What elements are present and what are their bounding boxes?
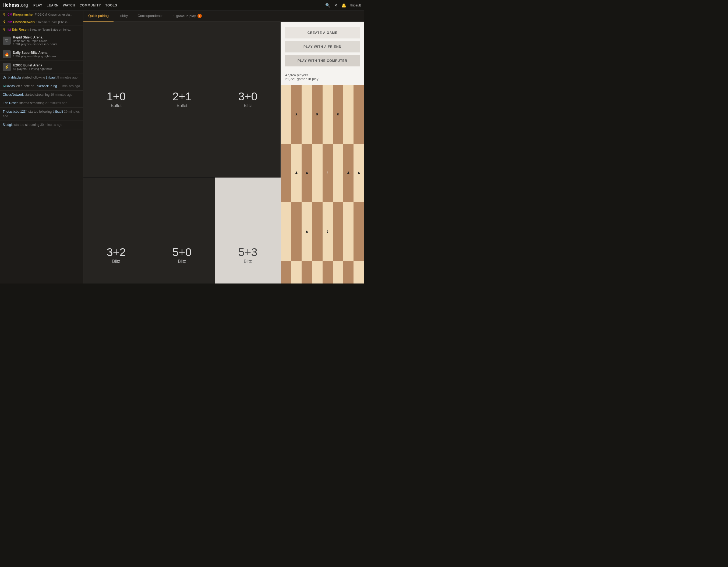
logo[interactable]: lichess.org [3,2,28,8]
tab-quick-pairing[interactable]: Quick pairing [83,11,114,22]
sidebar: 🎙 CM Kingscrusher FIDE CM Kingscrusher p… [0,11,83,283]
streamer-item-2[interactable]: 🎙 NM ChessNetwork Streamer !Team [Chess.… [0,18,83,26]
nav-right: 🔍 ✕ 🔔 thibault [325,3,361,8]
streamer-title-1: CM [8,13,13,16]
tournament-sub-2: 1,392 players • Playing right now [13,55,56,58]
create-game-button[interactable]: CREATE A GAME [285,27,360,38]
activity-item-5: Thetacticbot1234 started following thiba… [0,108,83,121]
pairing-cell-1plus0[interactable]: 1+0 Bullet [83,22,149,177]
activity-user-1[interactable]: Dr_blablabla [3,76,21,79]
games-count: 21,721 games in play [285,77,360,81]
streamer-name-2[interactable]: ChessNetwork [13,20,35,24]
activity-user-3[interactable]: ChessNetwork [3,93,24,97]
content-row: ♞ 1+0 Bullet 2+1 Bullet 3+0 Blitz [83,22,364,283]
microphone-icon: 🎙 [3,12,6,16]
activity-item-4: Eric Rosen started streaming 27 minutes … [0,99,83,108]
pairing-time-3: 3+0 [238,91,257,102]
activity-user-4[interactable]: Eric Rosen [3,101,19,105]
streamer-name-1[interactable]: Kingscrusher [13,13,34,16]
play-with-friend-button[interactable]: PLAY WITH A FRIEND [285,41,360,52]
activity-target-5[interactable]: thibault [52,110,63,114]
pairing-label-4: Blitz [112,259,120,264]
pairing-time-1: 1+0 [107,91,126,102]
tournament-item-1[interactable]: 🛡 Rapid Shield Arena Battle for the Rapi… [0,33,83,48]
streamer-name-3[interactable]: Eric Rosen [12,28,29,31]
pairing-label-1: Bullet [111,103,122,108]
nav-learn[interactable]: LEARN [47,3,58,7]
fire-icon: 🔥 [3,50,11,58]
puzzle-board[interactable]: ♜♜♜ ♟♟♗♟♟ ♞♝ ♟♙♙ ♖ ♙♘♙♙♙ ♙♙♔ [281,85,364,283]
stats-box: 47,924 players 21,721 games in play [281,69,364,85]
tournament-sub-3: 84 players • Playing right now [13,67,52,70]
tab-correspondence[interactable]: Correspondence [133,11,168,22]
pairing-time-5: 5+0 [172,247,192,258]
streamer-title-2: NM [8,20,13,24]
activity-item-6: Sladgie started streaming 30 minutes ago [0,121,83,129]
shield-icon: 🛡 [3,37,11,45]
pairing-grid: ♞ 1+0 Bullet 2+1 Bullet 3+0 Blitz [83,22,281,283]
quick-pairing-area: ♞ 1+0 Bullet 2+1 Bullet 3+0 Blitz [83,22,281,283]
pairing-time-6: 5+3 [238,247,257,258]
right-panel: CREATE A GAME PLAY WITH A FRIEND PLAY WI… [281,22,364,283]
nav-play[interactable]: PLAY [33,3,42,7]
tournament-name-1: Rapid Shield Arena [13,36,57,39]
bolt-icon: ⚡ [3,63,11,71]
nav-tools[interactable]: TOOLS [105,3,117,7]
tabs: Quick pairing Lobby Correspondence 1 gam… [83,11,364,22]
pairing-cell-2plus1[interactable]: 2+1 Bullet [149,22,215,177]
center-area: Quick pairing Lobby Correspondence 1 gam… [83,11,364,283]
microphone-icon-3: 🎙 [3,27,6,31]
close-icon[interactable]: ✕ [334,3,338,8]
pairing-cell-5plus3[interactable]: 5+3 Blitz [215,178,281,283]
player-count: 47,924 players [285,73,360,77]
nav-links: PLAY LEARN WATCH COMMUNITY TOOLS [33,3,325,7]
nav-community[interactable]: COMMUNITY [80,3,101,7]
tournament-name-2: Daily SuperBlitz Arena [13,51,56,55]
pairing-label-5: Blitz [178,259,186,264]
action-buttons: CREATE A GAME PLAY WITH A FRIEND PLAY WI… [281,22,364,69]
activity-item-1: Dr_blablabla started following thibault … [0,73,83,82]
tournament-item-2[interactable]: 🔥 Daily SuperBlitz Arena 1,392 players •… [0,48,83,61]
user-avatar[interactable]: thibault [350,3,361,7]
streamer-item-1[interactable]: 🎙 CM Kingscrusher FIDE CM Kingscrusher p… [0,11,83,18]
tournament-item-3[interactable]: ⚡ U2000 Bullet Arena 84 players • Playin… [0,61,83,73]
top-nav: lichess.org PLAY LEARN WATCH COMMUNITY T… [0,0,364,11]
pairing-cell-5plus0[interactable]: 5+0 Blitz [149,178,215,283]
pairing-time-2: 2+1 [172,91,192,102]
streamer-desc-3: Streamer Team Battle on liche... [30,28,72,31]
pairing-label-2: Bullet [176,103,187,108]
main-layout: 🎙 CM Kingscrusher FIDE CM Kingscrusher p… [0,11,364,283]
activity-target-2[interactable]: Takeback_King [35,84,57,88]
streamer-title-3: IM [8,28,12,31]
game-badge: 1 [197,14,202,18]
pairing-time-4: 3+2 [107,247,126,258]
nav-watch[interactable]: WATCH [63,3,75,7]
activity-target-1[interactable]: thibault [46,76,56,79]
search-icon[interactable]: 🔍 [325,3,330,8]
pairing-label-6: Blitz [244,259,252,264]
activity-user-6[interactable]: Sladgie [3,123,13,127]
notification-icon[interactable]: 🔔 [341,3,347,8]
tournament-detail-1: 1,281 players • finishes in 5 hours [13,42,57,46]
tab-game-in-play[interactable]: 1 game in play 1 [168,11,207,22]
pairing-cell-3plus2[interactable]: 3+2 Blitz [83,178,149,283]
streamer-desc-1: FIDE CM Kingscrusher pla... [35,13,72,16]
activity-item-2: IM lovlas left a note on Takeback_King 1… [0,82,83,91]
pairing-cell-3plus0[interactable]: 3+0 Blitz [215,22,281,177]
tournament-sub-1: Battle for the Rapid Shield [13,39,57,42]
chess-board-puzzle: ♜♜♜ ♟♟♗♟♟ ♞♝ ♟♙♙ ♖ ♙♘♙♙♙ ♙♙♔ [281,85,364,283]
logo-ext: .org [20,2,28,8]
pairing-label-3: Blitz [244,103,252,108]
play-with-computer-button[interactable]: PLAY WITH THE COMPUTER [285,55,360,66]
activity-item-3: ChessNetwork started streaming 19 minute… [0,91,83,99]
tournament-name-3: U2000 Bullet Arena [13,63,52,67]
activity-user-2[interactable]: lovlas [6,84,15,88]
streamer-desc-2: Streamer !Team [Chess... [36,20,70,24]
activity-user-5[interactable]: Thetacticbot1234 [3,110,27,114]
tab-lobby[interactable]: Lobby [114,11,133,22]
streamer-item-3[interactable]: 🎙 IM Eric Rosen Streamer Team Battle on … [0,26,83,33]
microphone-icon-2: 🎙 [3,20,6,24]
